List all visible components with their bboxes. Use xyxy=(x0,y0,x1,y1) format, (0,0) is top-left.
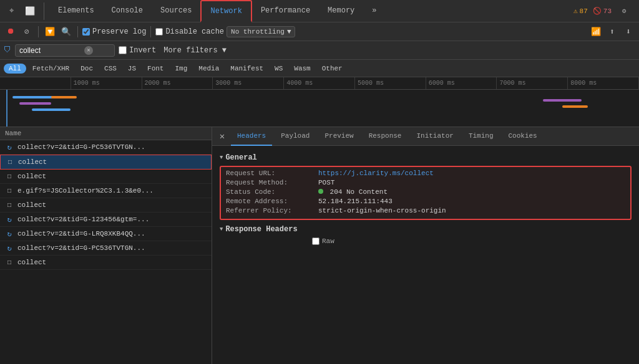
chevron-down-icon: ▼ xyxy=(220,155,223,161)
type-pill-doc[interactable]: Doc xyxy=(76,64,98,74)
tab-headers[interactable]: Headers xyxy=(231,127,272,146)
type-pill-fetch-xhr[interactable]: Fetch/XHR xyxy=(27,64,74,74)
tab-sources[interactable]: Sources xyxy=(152,0,200,22)
list-item[interactable]: □ collect xyxy=(0,170,212,184)
sync-icon: ↻ xyxy=(5,229,14,238)
list-item-selected[interactable]: □ collect xyxy=(0,155,212,170)
filter-icon[interactable]: 🔽 xyxy=(43,25,57,39)
tick-0 xyxy=(0,77,71,89)
type-pill-media[interactable]: Media xyxy=(193,64,224,74)
disable-cache-checkbox-label[interactable]: Disable cache xyxy=(155,27,224,36)
tab-initiator[interactable]: Initiator xyxy=(410,127,459,146)
remote-address-row: Remote Address: 52.184.215.111:443 xyxy=(226,198,625,205)
preserve-log-checkbox[interactable] xyxy=(82,28,90,36)
request-list: Name ↻ collect?v=2&tid=G-PC536TVTGN... □… xyxy=(0,127,212,364)
type-pill-all[interactable]: All xyxy=(4,64,26,74)
tab-response[interactable]: Response xyxy=(363,127,408,146)
sync-icon: ↻ xyxy=(5,143,14,151)
tab-preview[interactable]: Preview xyxy=(318,127,359,146)
cursor-icon[interactable]: ⌖ xyxy=(2,2,20,20)
tab-memory[interactable]: Memory xyxy=(319,0,363,22)
error-badge: 🚫 73 xyxy=(593,7,612,15)
detail-tabs: ✕ Headers Payload Preview Response Initi… xyxy=(212,127,639,146)
response-headers-section: ▼ Response Headers Raw xyxy=(220,225,632,245)
filter-input[interactable] xyxy=(19,46,82,55)
separator-3 xyxy=(150,26,151,37)
raw-checkbox[interactable] xyxy=(312,237,320,245)
status-code-row: Status Code: 204 No Content xyxy=(226,188,625,196)
tab-console[interactable]: Console xyxy=(103,0,152,22)
filter-clear-button[interactable]: ✕ xyxy=(84,46,93,55)
wifi-icon[interactable]: 📶 xyxy=(589,25,603,39)
doc-icon: □ xyxy=(5,258,14,267)
download-icon[interactable]: ⬇ xyxy=(622,25,635,39)
timeline: 1000 ms 2000 ms 3000 ms 4000 ms 5000 ms … xyxy=(0,77,639,127)
waterfall-bar-3 xyxy=(32,108,70,111)
tick-8000: 8000 ms xyxy=(568,77,639,89)
tab-cookies[interactable]: Cookies xyxy=(502,127,544,146)
main-content: Name ↻ collect?v=2&tid=G-PC536TVTGN... □… xyxy=(0,127,639,364)
upload-icon[interactable]: ⬆ xyxy=(605,25,619,39)
invert-checkbox[interactable] xyxy=(119,46,127,54)
tick-4000: 4000 ms xyxy=(284,77,355,89)
list-item[interactable]: □ collect xyxy=(0,198,212,213)
type-pill-font[interactable]: Font xyxy=(142,64,168,74)
list-item[interactable]: ↻ collect?v=2&tid=G-PC536TVTGN... xyxy=(0,140,212,155)
type-pill-js[interactable]: JS xyxy=(123,64,141,74)
invert-checkbox-label[interactable]: Invert xyxy=(119,46,156,55)
clear-icon[interactable]: ⊘ xyxy=(20,25,34,39)
search-icon[interactable]: 🔍 xyxy=(59,25,73,39)
tab-network[interactable]: Network xyxy=(200,0,251,22)
list-item[interactable]: □ collect xyxy=(0,256,212,270)
doc-icon: □ xyxy=(6,158,14,166)
tab-more[interactable]: » xyxy=(363,0,385,22)
detail-panel: ✕ Headers Payload Preview Response Initi… xyxy=(212,127,639,364)
list-item[interactable]: □ e.gif?s=JSCollector%2C3.1.3&e0... xyxy=(0,184,212,198)
type-pill-img[interactable]: Img xyxy=(170,64,192,74)
sync-icon: ↻ xyxy=(5,244,14,252)
status-dot-green xyxy=(318,189,323,194)
nav-icons: ⌖ ⬜ xyxy=(2,2,44,20)
warning-badge: ⚠ 87 xyxy=(573,7,588,15)
response-headers-section-header: ▼ Response Headers xyxy=(220,225,632,234)
filter-row: ⛉ ✕ Invert More filters ▼ xyxy=(0,41,639,60)
general-section-header: ▼ General xyxy=(220,153,632,162)
list-item[interactable]: ↻ collect?v=2&tid=G-LRQ8XKB4QQ... xyxy=(0,227,212,241)
tab-payload[interactable]: Payload xyxy=(275,127,316,146)
detail-close-button[interactable]: ✕ xyxy=(216,130,228,143)
list-item[interactable]: ↻ collect?v=2&tid=G-123456&gtm=... xyxy=(0,213,212,227)
type-pill-ws[interactable]: WS xyxy=(270,64,288,74)
doc-icon: □ xyxy=(5,201,14,209)
tick-6000: 6000 ms xyxy=(426,77,497,89)
device-toggle-icon[interactable]: ⬜ xyxy=(21,2,39,20)
top-nav: ⌖ ⬜ Elements Console Sources Network Per… xyxy=(0,0,639,22)
referrer-policy-row: Referrer Policy: strict-origin-when-cros… xyxy=(226,207,625,214)
type-pill-css[interactable]: CSS xyxy=(99,64,122,74)
preserve-log-checkbox-label[interactable]: Preserve log xyxy=(82,27,146,36)
type-pill-wasm[interactable]: Wasm xyxy=(289,64,315,74)
detail-content: ▼ General Request URL: https://j.clarity… xyxy=(212,146,639,250)
tab-timing[interactable]: Timing xyxy=(462,127,500,146)
type-pill-manifest[interactable]: Manifest xyxy=(225,64,268,74)
waterfall-bar-4 xyxy=(51,96,77,98)
timeline-content xyxy=(0,90,639,127)
more-filters-button[interactable]: More filters ▼ xyxy=(160,45,230,56)
tick-2000: 2000 ms xyxy=(142,77,213,89)
type-filter-row: All Fetch/XHR Doc CSS JS Font Img Media … xyxy=(0,60,639,77)
throttle-select[interactable]: No throttling ▼ xyxy=(227,26,295,37)
nav-tabs: Elements Console Sources Network Perform… xyxy=(49,0,386,22)
tab-performance[interactable]: Performance xyxy=(252,0,319,22)
nav-right: ⚠ 87 🚫 73 ⚙ xyxy=(573,4,637,19)
timeline-cursor xyxy=(6,90,7,127)
doc-icon: □ xyxy=(5,172,14,181)
waterfall-bar-5 xyxy=(543,99,581,102)
record-stop-icon[interactable]: ⏺ xyxy=(4,25,17,39)
chevron-down-icon-2: ▼ xyxy=(220,226,223,232)
settings-icon[interactable]: ⚙ xyxy=(617,4,632,19)
tick-1000: 1000 ms xyxy=(71,77,142,89)
list-item[interactable]: ↻ collect?v=2&tid=G-PC536TVTGN... xyxy=(0,241,212,256)
warning-icon: ⚠ xyxy=(573,7,578,15)
tab-elements[interactable]: Elements xyxy=(49,0,103,22)
disable-cache-checkbox[interactable] xyxy=(155,28,163,36)
type-pill-other[interactable]: Other xyxy=(317,64,348,74)
